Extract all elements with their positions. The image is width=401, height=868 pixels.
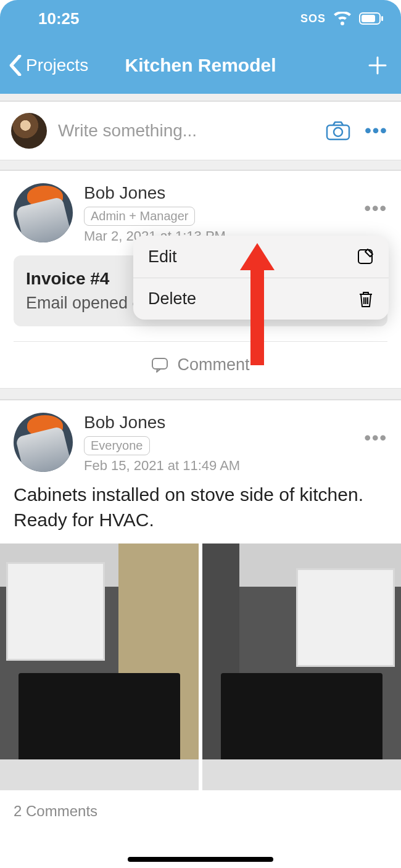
back-button[interactable]: Projects (9, 55, 88, 76)
comment-icon (151, 357, 168, 373)
comment-label: Comment (177, 355, 249, 374)
image-grid (0, 544, 401, 790)
camera-button[interactable] (325, 117, 352, 144)
status-bar: 10:25 SOS (0, 0, 401, 37)
menu-edit-label: Edit (148, 247, 177, 267)
context-menu: Edit Delete (133, 236, 389, 320)
svg-rect-2 (381, 16, 383, 21)
chevron-left-icon (9, 55, 22, 76)
status-time: 10:25 (38, 9, 80, 28)
comments-count[interactable]: 2 Comments (0, 790, 401, 832)
svg-rect-5 (152, 358, 167, 369)
author-name: Bob Jones (84, 413, 387, 432)
add-button[interactable] (368, 56, 387, 75)
post-header: Bob Jones Everyone Feb 15, 2021 at 11:49… (14, 413, 387, 474)
post-image[interactable] (0, 544, 199, 790)
menu-delete[interactable]: Delete (133, 278, 389, 320)
post-card: Bob Jones Everyone Feb 15, 2021 at 11:49… (0, 400, 401, 790)
sos-indicator: SOS (300, 12, 326, 25)
post-timestamp: Feb 15, 2021 at 11:49 AM (84, 458, 387, 474)
author-avatar[interactable] (14, 413, 73, 472)
author-avatar[interactable] (14, 183, 73, 242)
svg-rect-1 (362, 15, 375, 22)
post-more-button[interactable]: ••• (364, 198, 387, 219)
current-user-avatar[interactable] (11, 113, 47, 149)
nav-bar: Projects Kitchen Remodel (0, 37, 401, 94)
plus-icon (368, 56, 387, 75)
edit-icon (357, 248, 374, 265)
wifi-icon (333, 12, 352, 25)
camera-icon (326, 121, 350, 141)
role-chip: Everyone (84, 436, 150, 455)
post-image[interactable] (202, 544, 401, 790)
composer-input[interactable]: Write something... (58, 121, 313, 141)
author-name: Bob Jones (84, 183, 387, 203)
composer-more-button[interactable]: ••• (363, 117, 390, 144)
menu-delete-label: Delete (148, 289, 196, 308)
trash-icon (358, 290, 374, 308)
post-more-button[interactable]: ••• (364, 428, 387, 448)
page-title: Kitchen Remodel (125, 55, 276, 76)
battery-icon (359, 12, 384, 25)
role-chip: Admin + Manager (84, 207, 195, 226)
home-indicator[interactable] (128, 857, 273, 862)
back-label: Projects (26, 56, 88, 75)
post-body: Cabinets installed on stove side of kitc… (14, 482, 387, 532)
svg-point-4 (334, 128, 342, 136)
composer-row: Write something... ••• (0, 101, 401, 160)
comment-button[interactable]: Comment (14, 341, 387, 388)
status-right: SOS (300, 12, 384, 25)
menu-edit[interactable]: Edit (133, 236, 389, 278)
